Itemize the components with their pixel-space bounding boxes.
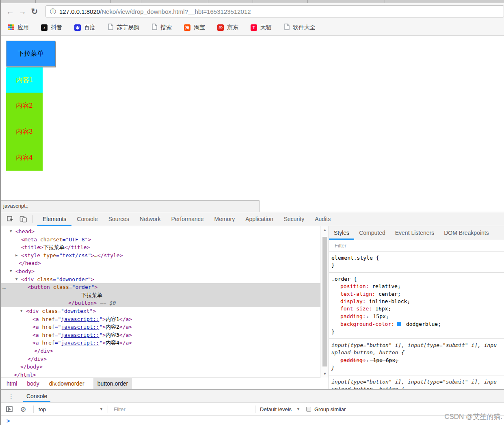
tab-performance[interactable]: Performance (166, 212, 209, 226)
sidebar-tab-dom-breakpoints[interactable]: DOM Breakpoints (439, 226, 493, 240)
color-swatch[interactable] (397, 322, 401, 326)
css-property-value[interactable]: relative; (369, 283, 400, 289)
dom-tree-line[interactable]: </body> (1, 363, 320, 371)
clear-console-icon[interactable]: ⊘ (20, 403, 26, 416)
css-property-name[interactable]: padding: (340, 313, 366, 319)
dropdown-menu-button[interactable]: 下拉菜单 (6, 41, 55, 67)
dom-tree-scrollbar[interactable]: ▲ ▼ (320, 226, 329, 377)
chevron-down-icon[interactable]: ▼ (100, 403, 103, 416)
tab-memory[interactable]: Memory (209, 212, 240, 226)
tab-security[interactable]: Security (279, 212, 310, 226)
menu-link[interactable]: 内容4 (6, 145, 43, 171)
bookmark-item[interactable]: 软件大全 (284, 24, 316, 32)
bookmark-item[interactable]: ♪抖音 (41, 24, 62, 31)
dom-token-link[interactable]: javascript:; (61, 324, 99, 330)
dom-tree-line[interactable]: ▼<div class="downtext"> (1, 307, 320, 315)
dom-tree-line[interactable]: ▼<div class="downorder"> (1, 275, 320, 284)
css-selector[interactable]: element.style { (331, 254, 504, 262)
css-property-name[interactable]: position: (340, 283, 369, 289)
menu-link[interactable]: 内容2 (6, 93, 43, 119)
bookmark-item[interactable]: T天猫 (251, 24, 272, 31)
tab-audits[interactable]: Audits (309, 212, 336, 226)
css-property[interactable]: padding:▸ 1px 6px; (331, 357, 504, 364)
sidebar-tab-computed[interactable]: Computed (354, 226, 390, 240)
bookmark-item[interactable]: 苏宁易购 (108, 24, 139, 32)
css-property[interactable]: font-size: 16px; (331, 305, 504, 312)
tab-network[interactable]: Network (134, 212, 166, 226)
collapse-arrow-icon[interactable]: ▼ (10, 228, 12, 236)
console-filter-input[interactable]: Filter (114, 403, 125, 416)
css-property-name[interactable]: font-size: (340, 306, 372, 312)
refresh-icon[interactable]: ↻ (28, 7, 41, 16)
css-property-name[interactable]: display: (340, 298, 366, 304)
bookmark-item[interactable]: 百度 (74, 24, 95, 31)
dom-tree-line[interactable]: 下拉菜单 (1, 291, 320, 299)
dom-tree-line[interactable]: </button> == $0 (1, 299, 320, 307)
bookmark-item[interactable]: 搜索 (151, 24, 172, 32)
menu-link[interactable]: 内容1 (6, 67, 43, 93)
menu-link[interactable]: 内容3 (6, 119, 43, 145)
tab-elements[interactable]: Elements (37, 212, 71, 226)
bookmark-item[interactable]: 淘淘宝 (184, 24, 205, 31)
tab-application[interactable]: Application (240, 212, 279, 226)
bookmark-item[interactable]: JD京东 (217, 24, 238, 31)
css-property-value[interactable]: 1px 6px; (370, 357, 398, 363)
sidebar-tab-styles[interactable]: Styles (329, 226, 354, 240)
bookmark-item[interactable]: 应用 (8, 24, 29, 31)
collapse-arrow-icon[interactable]: ▼ (15, 275, 17, 284)
expand-arrow-icon[interactable]: ▸ (367, 358, 369, 363)
dom-tree-line[interactable]: </div> (1, 355, 320, 363)
css-selector[interactable]: .order { (331, 275, 504, 283)
dom-tree-line[interactable]: </html> (1, 371, 320, 377)
css-property-name[interactable]: text-align: (340, 291, 375, 297)
dom-tree-line[interactable]: <a href="javascript:;">内容4</a> (1, 339, 320, 347)
url-bar[interactable]: ⓘ 127.0.0.1:8020/Neko/view/drop_downbox.… (45, 5, 504, 17)
browser-tab-strip[interactable] (1, 0, 504, 3)
chevron-down-icon[interactable]: ▼ (296, 403, 300, 416)
css-property[interactable]: padding:▸ 15px; (331, 313, 504, 321)
expand-arrow-icon[interactable]: ▸ (367, 314, 369, 319)
collapse-arrow-icon[interactable]: ▼ (20, 307, 22, 315)
css-property-value[interactable]: inline-block; (366, 298, 411, 304)
dom-token-link[interactable]: javascript:; (61, 332, 99, 338)
dom-tree-line[interactable]: <a href="javascript:;">内容2</a> (1, 323, 320, 331)
css-property[interactable]: text-align: center; (331, 291, 504, 298)
scroll-down-icon[interactable]: ▼ (321, 372, 329, 376)
dom-tree-line[interactable]: ▼<body> (1, 267, 320, 275)
default-levels-dropdown[interactable]: Default levels (260, 403, 292, 416)
scroll-up-icon[interactable]: ▲ (321, 228, 329, 232)
forward-arrow-icon[interactable]: → (16, 7, 28, 16)
device-toolbar-icon[interactable] (19, 215, 27, 223)
css-property[interactable]: background-color: dodgerblue; (331, 321, 504, 328)
styles-filter-input[interactable]: Filter (329, 240, 504, 252)
tab-sources[interactable]: Sources (103, 212, 134, 226)
dom-tree-line[interactable]: …<button class="order"> (1, 283, 320, 291)
console-drawer-tab[interactable]: Console (23, 390, 50, 402)
css-property-name[interactable]: background-color: (340, 321, 394, 327)
breadcrumb-html[interactable]: html (6, 378, 18, 389)
css-property-value[interactable]: center; (375, 291, 401, 297)
console-prompt[interactable]: > (1, 416, 504, 425)
css-selector[interactable]: upload-button, button { (331, 349, 504, 356)
console-sidebar-toggle-icon[interactable] (6, 403, 13, 416)
group-similar-checkbox[interactable] (306, 407, 311, 412)
css-property-value[interactable]: 15px; (370, 313, 389, 319)
breadcrumb-button-order[interactable]: button.order (93, 378, 132, 389)
expand-arrow-icon[interactable]: ▶ (15, 252, 17, 260)
css-property-value[interactable]: dodgerblue; (403, 321, 441, 327)
dom-tree-line[interactable]: ▶<style type="text/css">…</style> (1, 252, 320, 260)
info-icon[interactable]: ⓘ (50, 8, 56, 15)
dom-tree-line[interactable]: <a href="javascript:;">内容1</a> (1, 315, 320, 323)
css-property-value[interactable]: 16px; (372, 306, 391, 312)
breadcrumb-div-downorder[interactable]: div.downorder (48, 378, 85, 389)
inspect-element-icon[interactable] (6, 215, 14, 223)
sidebar-tab-event-listeners[interactable]: Event Listeners (390, 226, 439, 240)
breadcrumb-body[interactable]: body (26, 378, 40, 389)
css-property-name[interactable]: padding: (340, 357, 366, 363)
css-property[interactable]: display: inline-block; (331, 298, 504, 305)
css-selector[interactable]: upload-button, button { (331, 386, 504, 389)
dom-tree-line[interactable]: <title>下拉菜单</title> (1, 243, 320, 252)
css-selector[interactable]: input[type="button" i], input[type="subm… (331, 378, 504, 386)
back-arrow-icon[interactable]: ← (4, 7, 16, 16)
console-context-selector[interactable]: top (39, 403, 46, 416)
